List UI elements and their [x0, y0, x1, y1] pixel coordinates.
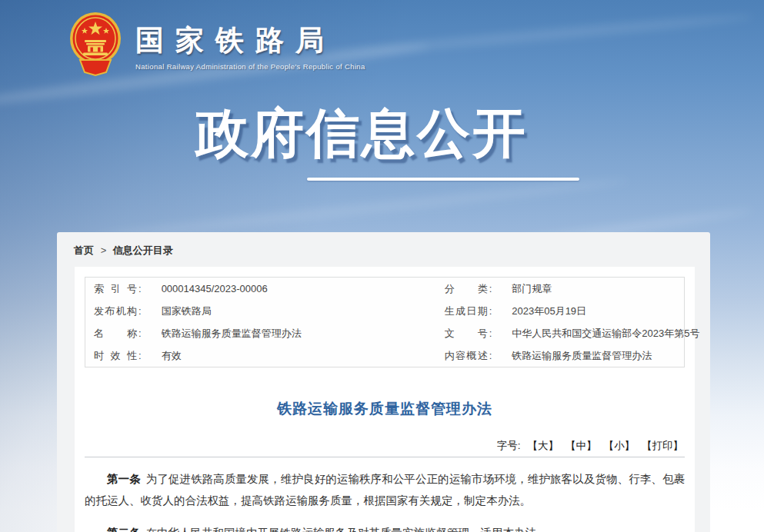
meta-label: 时效性: [94, 349, 137, 363]
meta-colon: :: [489, 305, 492, 317]
meta-cell-validity: 时效性: 有效: [85, 349, 392, 363]
article-text: 在中华人民共和国境内开展铁路运输服务及对其质量实施监督管理，适用本办法。: [146, 527, 548, 532]
meta-cell-doc-number: 文号: 中华人民共和国交通运输部令2023年第5号: [436, 327, 700, 341]
article-number: 第一条: [107, 473, 141, 485]
breadcrumb-separator: >: [101, 244, 107, 256]
meta-cell-category: 分类: 部门规章: [436, 282, 552, 296]
meta-table: 索引号: 000014345/2023-00006 分类: 部门规章 发布机构:…: [85, 277, 685, 367]
print-button[interactable]: 【打印】: [642, 440, 683, 451]
meta-value: 中华人民共和国交通运输部令2023年第5号: [512, 327, 699, 341]
site-header: 国家铁路局 National Railway Administration of…: [68, 9, 365, 77]
breadcrumb-home[interactable]: 首页: [74, 244, 94, 256]
meta-value: 000014345/2023-00006: [162, 283, 392, 294]
meta-value: 部门规章: [512, 282, 552, 296]
meta-label: 生成日期: [445, 304, 488, 318]
banner-underline: [307, 178, 579, 181]
fontsize-toolbar: 字号:【大】【中】【小】【打印】: [85, 439, 685, 453]
content-panel: 首页 > 信息公开目录 索引号: 000014345/2023-00006 分类…: [57, 232, 710, 532]
breadcrumb-current[interactable]: 信息公开目录: [113, 244, 173, 256]
fontsize-medium-button[interactable]: 【中】: [565, 440, 597, 451]
article-text: 为了促进铁路高质量发展，维护良好的运输秩序和公平公正的运输市场环境，维护旅客以及…: [85, 473, 685, 507]
meta-label: 内容概述: [445, 349, 488, 363]
meta-value: 铁路运输服务质量监督管理办法: [512, 349, 652, 363]
meta-cell-date: 生成日期: 2023年05月19日: [436, 304, 586, 318]
article-paragraph: 第一条为了促进铁路高质量发展，维护良好的运输秩序和公平公正的运输市场环境，维护旅…: [85, 469, 685, 511]
meta-value: 铁路运输服务质量监督管理办法: [162, 327, 392, 341]
meta-cell-summary: 内容概述: 铁路运输服务质量监督管理办法: [436, 349, 652, 363]
document-title: 铁路运输服务质量监督管理办法: [85, 399, 685, 419]
document-card: 索引号: 000014345/2023-00006 分类: 部门规章 发布机构:…: [75, 267, 695, 532]
meta-colon: :: [138, 305, 142, 317]
meta-row: 时效性: 有效 内容概述: 铁路运输服务质量监督管理办法: [85, 344, 684, 367]
meta-label: 分类: [445, 282, 488, 296]
meta-colon: :: [489, 350, 492, 361]
meta-colon: :: [138, 350, 142, 361]
breadcrumb: 首页 > 信息公开目录: [74, 244, 710, 258]
meta-row: 发布机构: 国家铁路局 生成日期: 2023年05月19日: [85, 300, 684, 322]
fontsize-small-button[interactable]: 【小】: [604, 440, 636, 451]
meta-cell-publisher: 发布机构: 国家铁路局: [85, 304, 392, 318]
national-emblem-icon: [68, 9, 123, 77]
meta-label: 名称: [94, 327, 137, 341]
meta-label: 发布机构: [94, 304, 137, 318]
meta-colon: :: [489, 328, 492, 339]
banner-title: 政府信息公开: [0, 98, 723, 169]
meta-row: 名称: 铁路运输服务质量监督管理办法 文号: 中华人民共和国交通运输部令2023…: [85, 322, 684, 344]
article-number: 第二条: [107, 527, 141, 532]
meta-colon: :: [489, 283, 492, 294]
site-name-english: National Railway Administration of the P…: [135, 62, 365, 71]
meta-colon: :: [138, 328, 142, 339]
site-name: 国家铁路局: [135, 22, 365, 60]
meta-value: 国家铁路局: [162, 304, 392, 318]
meta-value: 有效: [162, 349, 392, 363]
fontsize-large-button[interactable]: 【大】: [528, 440, 559, 451]
meta-cell-index-number: 索引号: 000014345/2023-00006: [85, 282, 392, 296]
article-paragraph: 第二条在中华人民共和国境内开展铁路运输服务及对其质量实施监督管理，适用本办法。: [85, 523, 685, 532]
meta-row: 索引号: 000014345/2023-00006 分类: 部门规章: [85, 278, 684, 300]
meta-value: 2023年05月19日: [512, 304, 586, 318]
meta-cell-name: 名称: 铁路运输服务质量监督管理办法: [85, 327, 392, 341]
meta-label: 索引号: [94, 282, 137, 296]
title-divider: [85, 457, 685, 457]
meta-label: 文号: [445, 327, 488, 341]
meta-colon: :: [138, 283, 142, 294]
article-body: 第一条为了促进铁路高质量发展，维护良好的运输秩序和公平公正的运输市场环境，维护旅…: [85, 469, 685, 532]
fontsize-label: 字号:: [497, 440, 521, 451]
